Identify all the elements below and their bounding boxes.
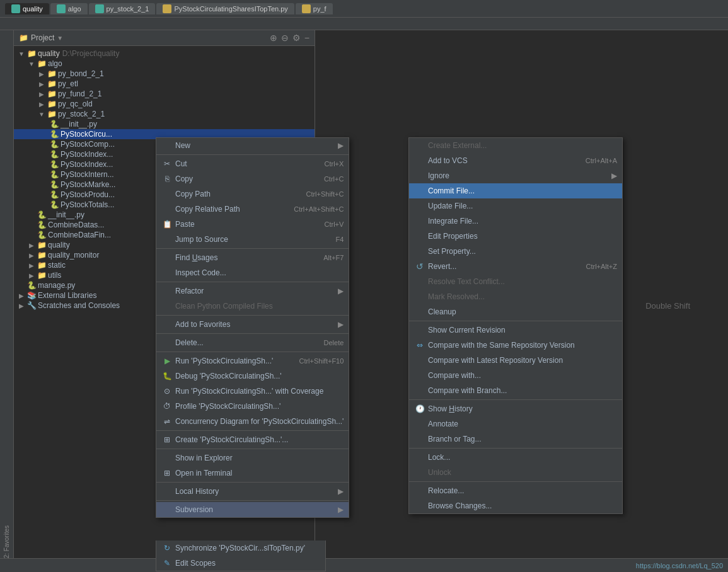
tree-item-py-bond[interactable]: ▶ 📁 py_bond_2_1 [14,69,315,79]
menu-item-profile[interactable]: ⏱ Profile 'PyStockCirculatingSh...' [156,399,349,414]
vcs-menu-show-revision[interactable]: Show Current Revision [409,323,622,338]
menu-label-coverage: Run 'PyStockCirculatingSh...' with Cover… [175,387,344,396]
vcs-menu-ignore[interactable]: Ignore ▶ [409,168,622,183]
delete-icon [161,337,173,348]
folder-icon-py-bond: 📁 [47,69,57,78]
vcs-menu-update-file[interactable]: Update File... [409,198,622,214]
menu-item-local-history[interactable]: Local History ▶ [156,484,349,499]
tree-label-py-qc: py_qc_old [58,100,93,108]
vcs-menu-commit-file[interactable]: Commit File... [409,183,622,198]
menu-item-refactor[interactable]: Refactor ▶ [156,283,349,299]
tree-item-algo[interactable]: ▼ 📁 algo [14,59,315,69]
vcs-menu-unlock: Unlock [409,465,622,480]
vcs-menu-compare-with[interactable]: Compare with... [409,368,622,383]
tab-quality[interactable]: quality [5,3,49,14]
tree-label-static: static [48,261,66,270]
vcs-menu-compare-branch[interactable]: Compare with Branch... [409,383,622,398]
menu-item-copy-rel-path[interactable]: Copy Relative Path Ctrl+Alt+Shift+C [156,202,349,217]
menu-item-edit-scopes[interactable]: ✎ Edit Scopes [156,556,325,571]
vcs-menu-add-to-vcs[interactable]: Add to VCS Ctrl+Alt+A [409,153,622,168]
vcs-menu-show-history[interactable]: 🕐 Show History [409,401,622,416]
menu-label-profile: Profile 'PyStockCirculatingSh...' [175,402,344,411]
menu-item-add-favorites[interactable]: Add to Favorites ▶ [156,317,349,332]
tree-item-py-fund[interactable]: ▶ 📁 py_fund_2_1 [14,89,315,99]
tab-pyf[interactable]: py_f [296,3,333,14]
branch-tag-icon [414,433,425,445]
tree-item-py-etl[interactable]: ▶ 📁 py_etl [14,79,315,89]
menu-item-debug[interactable]: 🐛 Debug 'PyStockCirculatingSh...' [156,369,349,384]
menu-item-concurrency[interactable]: ⇌ Concurrency Diagram for 'PyStockCircul… [156,414,349,429]
menu-item-jump[interactable]: Jump to Source F4 [156,232,349,247]
tree-label-quality-sub: quality [48,241,70,249]
favorites-label[interactable]: 2: Favorites [3,520,10,558]
menu-item-run[interactable]: ▶ Run 'PyStockCirculatingSh...' Ctrl+Shi… [156,353,349,369]
menu-item-open-terminal[interactable]: ⊞ Open in Terminal [156,466,349,481]
tab-py-stock[interactable]: py_stock_2_1 [89,3,156,14]
vcs-menu-lock[interactable]: Lock... [409,450,622,465]
tree-item-py-qc[interactable]: ▶ 📁 py_qc_old [14,99,315,109]
copy-path-icon [161,188,173,200]
run-shortcut: Ctrl+Shift+F10 [299,357,344,365]
menu-item-subversion[interactable]: Subversion ▶ [156,502,349,517]
tab-algo[interactable]: algo [50,3,88,14]
collapse-icon[interactable]: ⊖ [281,33,289,43]
tree-item-py-stock[interactable]: ▼ 📁 py_stock_2_1 [14,109,315,119]
compare-branch-icon [414,385,425,396]
favorites-strip: 2: Favorites [0,30,14,558]
folder-icon-panel: 📁 [19,33,28,42]
menu-label-subversion: Subversion [175,505,338,514]
settings-icon[interactable]: ⚙ [292,33,301,43]
vcs-menu-branch-tag[interactable]: Branch or Tag... [409,432,622,447]
menu-item-new[interactable]: New ▶ [156,138,349,153]
vcs-menu-relocate[interactable]: Relocate... [409,483,622,498]
menu-item-show-explorer[interactable]: Show in Explorer [156,450,349,466]
minimize-icon[interactable]: − [304,33,309,43]
refactor-arrow-icon: ▶ [338,287,344,295]
menu-item-create[interactable]: ⊞ Create 'PyStockCirculatingSh...'... [156,432,349,447]
cut-icon: ✂ [161,158,173,169]
vcs-menu-integrate-file[interactable]: Integrate File... [409,214,622,229]
vcs-menu-compare-latest[interactable]: Compare with Latest Repository Version [409,353,622,368]
menu-label-jump: Jump to Source [175,235,336,244]
menu-item-sync[interactable]: ↻ Synchronize 'PyStockCir...slTopTen.py' [156,541,325,556]
menu-item-inspect[interactable]: Inspect Code... [156,265,349,280]
python-icon-init1: 🐍 [49,120,59,129]
show-revision-icon [414,324,425,336]
sep7 [156,430,349,431]
menu-item-coverage[interactable]: ⊙ Run 'PyStockCirculatingSh...' with Cov… [156,384,349,399]
menu-item-copy-path[interactable]: Copy Path Ctrl+Shift+C [156,186,349,202]
vcs-label-branch-tag: Branch or Tag... [428,435,617,443]
menu-item-copy[interactable]: ⎘ Copy Ctrl+C [156,171,349,186]
python-icon-idx1: 🐍 [49,150,59,159]
tree-item-init1[interactable]: 🐍 __init__.py [14,119,315,129]
paste-shortcut: Ctrl+V [324,220,344,228]
dropdown-arrow-icon[interactable]: ▼ [57,35,63,42]
menu-label-debug: Debug 'PyStockCirculatingSh...' [175,372,344,380]
profile-icon: ⏱ [161,401,173,412]
python-icon-circ: 🐍 [49,130,59,139]
tree-label-manage: manage.py [38,281,75,290]
folder-icon-py-fund: 📁 [47,89,57,98]
tree-label-utils: utils [48,271,61,280]
python-icon-marke: 🐍 [49,180,59,189]
vcs-menu-browse-changes[interactable]: Browse Changes... [409,498,622,513]
tree-item-quality-root[interactable]: ▼ 📁 quality D:\Project\quality [14,49,315,59]
sep3 [156,282,349,282]
vcs-menu-edit-properties[interactable]: Edit Properties [409,229,622,244]
folder-icon-stock [95,4,104,13]
menu-item-delete[interactable]: Delete... Delete [156,335,349,350]
menu-item-cut[interactable]: ✂ Cut Ctrl+X [156,156,349,171]
vcs-menu-compare-same[interactable]: ⇔ Compare with the Same Repository Versi… [409,338,622,353]
copy-shortcut: Ctrl+C [324,175,344,183]
menu-label-new: New [175,141,338,150]
vcs-menu-set-property[interactable]: Set Property... [409,244,622,259]
locate-icon[interactable]: ⊕ [270,33,277,43]
tab-pystock-file[interactable]: PyStockCirculatingSharesITopTen.py [156,3,294,14]
vcs-menu-annotate[interactable]: Annotate [409,416,622,432]
vcs-label-browse-changes: Browse Changes... [428,501,617,510]
menu-item-find-usages[interactable]: Find Usages Alt+F7 [156,250,349,265]
vcs-menu-cleanup[interactable]: Cleanup [409,304,622,319]
vcs-menu-revert[interactable]: ↺ Revert... Ctrl+Alt+Z [409,259,622,274]
folder-icon-py-etl: 📁 [47,79,57,88]
menu-item-paste[interactable]: 📋 Paste Ctrl+V [156,217,349,232]
